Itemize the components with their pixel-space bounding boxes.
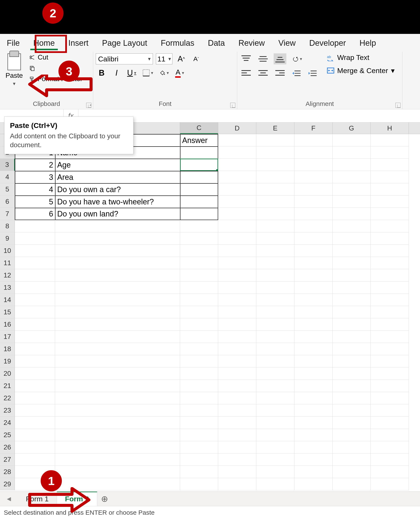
cell-D17[interactable] [218, 331, 256, 343]
cell-B15[interactable] [55, 306, 180, 318]
cell-H10[interactable] [371, 245, 409, 257]
cell-B28[interactable] [55, 466, 180, 478]
cell-E28[interactable] [256, 466, 294, 478]
cell-G7[interactable] [332, 208, 371, 220]
cell-F4[interactable] [294, 171, 332, 183]
cell-E27[interactable] [256, 454, 294, 466]
cell-A11[interactable] [15, 257, 55, 269]
row-header[interactable]: 16 [0, 318, 15, 331]
cell-H17[interactable] [371, 331, 409, 343]
cell-B8[interactable] [55, 220, 180, 232]
cell-G8[interactable] [332, 220, 371, 232]
cell-C7[interactable] [180, 208, 218, 220]
cell-F25[interactable] [294, 429, 332, 441]
cell-A10[interactable] [15, 245, 55, 257]
decrease-indent-button[interactable] [291, 68, 302, 79]
cell-B5[interactable]: Do you own a car? [55, 183, 180, 196]
cell-G6[interactable] [332, 196, 371, 208]
row-header[interactable]: 29 [0, 478, 15, 490]
cell-E14[interactable] [256, 294, 294, 306]
cell-B22[interactable] [55, 392, 180, 404]
cell-C4[interactable] [180, 171, 218, 183]
cell-H16[interactable] [371, 318, 409, 331]
cell-D18[interactable] [218, 343, 256, 355]
cell-D22[interactable] [218, 392, 256, 404]
cell-B4[interactable]: Area [55, 171, 180, 183]
cell-B18[interactable] [55, 343, 180, 355]
cell-H13[interactable] [371, 282, 409, 294]
cell-F2[interactable] [294, 146, 332, 159]
col-header-C[interactable]: C [180, 122, 218, 134]
cell-F8[interactable] [294, 220, 332, 232]
row-header[interactable]: 26 [0, 441, 15, 454]
cell-F24[interactable] [294, 417, 332, 429]
cell-D5[interactable] [218, 183, 256, 196]
col-header-H[interactable]: H [371, 122, 409, 134]
row-header[interactable]: 18 [0, 343, 15, 355]
cell-F7[interactable] [294, 208, 332, 220]
cell-C20[interactable] [180, 367, 218, 380]
cell-A24[interactable] [15, 417, 55, 429]
cell-H2[interactable] [371, 146, 409, 159]
cell-F9[interactable] [294, 232, 332, 245]
cell-H8[interactable] [371, 220, 409, 232]
cell-F12[interactable] [294, 269, 332, 282]
cell-E25[interactable] [256, 429, 294, 441]
row-header[interactable]: 28 [0, 466, 15, 478]
cell-C17[interactable] [180, 331, 218, 343]
cell-A3[interactable]: 2 [15, 159, 55, 171]
cell-H25[interactable] [371, 429, 409, 441]
cell-B20[interactable] [55, 367, 180, 380]
cell-H5[interactable] [371, 183, 409, 196]
cell-D12[interactable] [218, 269, 256, 282]
cell-F13[interactable] [294, 282, 332, 294]
cell-H18[interactable] [371, 343, 409, 355]
cell-D7[interactable] [218, 208, 256, 220]
cell-A6[interactable]: 5 [15, 196, 55, 208]
cell-A16[interactable] [15, 318, 55, 331]
cell-G26[interactable] [332, 441, 371, 454]
borders-button[interactable]: ▾ [141, 67, 155, 78]
cell-A8[interactable] [15, 220, 55, 232]
font-launcher[interactable] [230, 103, 235, 108]
italic-button[interactable]: I [111, 67, 122, 78]
cell-D1[interactable] [218, 134, 256, 146]
cell-D28[interactable] [218, 466, 256, 478]
cell-D4[interactable] [218, 171, 256, 183]
increase-font-button[interactable]: A^ [175, 53, 187, 64]
increase-indent-button[interactable] [307, 68, 318, 79]
cell-H21[interactable] [371, 380, 409, 392]
cell-C12[interactable] [180, 269, 218, 282]
cell-E5[interactable] [256, 183, 294, 196]
cell-A7[interactable]: 6 [15, 208, 55, 220]
cell-H23[interactable] [371, 404, 409, 417]
cell-A9[interactable] [15, 232, 55, 245]
cell-C3[interactable] [180, 159, 218, 171]
paste-button[interactable]: Paste ▾ [2, 53, 26, 100]
cell-D2[interactable] [218, 146, 256, 159]
cell-C10[interactable] [180, 245, 218, 257]
cell-H22[interactable] [371, 392, 409, 404]
cell-G25[interactable] [332, 429, 371, 441]
cell-D24[interactable] [218, 417, 256, 429]
cell-B21[interactable] [55, 380, 180, 392]
cell-D11[interactable] [218, 257, 256, 269]
cell-D13[interactable] [218, 282, 256, 294]
cell-F15[interactable] [294, 306, 332, 318]
cell-C18[interactable] [180, 343, 218, 355]
cell-F14[interactable] [294, 294, 332, 306]
cell-F29[interactable] [294, 478, 332, 490]
cell-G23[interactable] [332, 404, 371, 417]
cell-A25[interactable] [15, 429, 55, 441]
cell-B25[interactable] [55, 429, 180, 441]
cell-A17[interactable] [15, 331, 55, 343]
new-sheet-button[interactable]: ⊕ [97, 492, 112, 506]
cell-D23[interactable] [218, 404, 256, 417]
font-name-selector[interactable]: Calibri ▾ [96, 53, 153, 64]
cell-H9[interactable] [371, 232, 409, 245]
col-header-E[interactable]: E [256, 122, 294, 134]
cell-E26[interactable] [256, 441, 294, 454]
cell-C22[interactable] [180, 392, 218, 404]
cell-A26[interactable] [15, 441, 55, 454]
cell-F23[interactable] [294, 404, 332, 417]
